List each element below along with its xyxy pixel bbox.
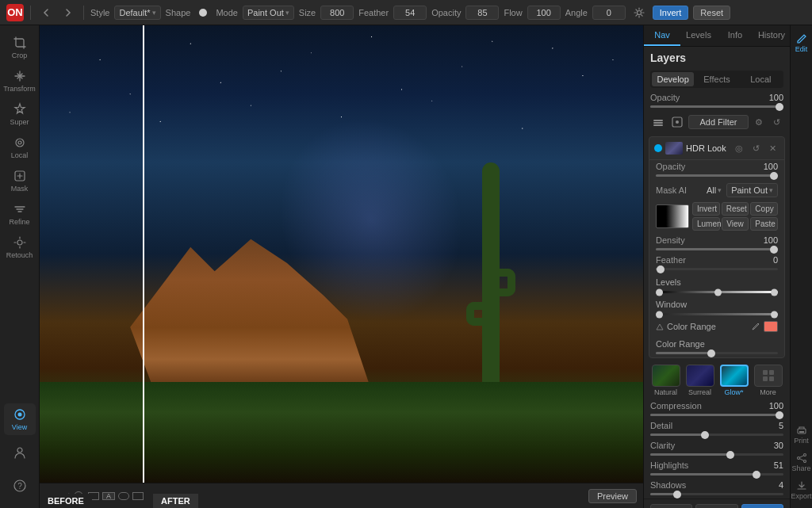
filter-opacity-row: Opacity 100 (649, 160, 784, 173)
sidebar-tool-mask[interactable]: Mask (4, 165, 36, 197)
toolbar-icon-next[interactable] (59, 6, 77, 20)
preset-surreal-label: Surreal (688, 388, 711, 396)
nav-tab-history[interactable]: History (753, 25, 790, 46)
sidebar-tool-local[interactable]: Local (4, 132, 36, 163)
mask-mode-dropdown[interactable]: Paint Out ▾ (726, 183, 778, 197)
view-mode-circle2[interactable] (118, 492, 129, 500)
opacity-value[interactable]: 85 (465, 6, 499, 20)
sidebar-tool-help[interactable]: ? (4, 470, 36, 502)
preset-surreal[interactable]: Surreal (684, 365, 715, 396)
undo-icon[interactable]: ↺ (769, 115, 783, 129)
sidebar-tool-super[interactable]: Super (4, 98, 36, 130)
mask-buttons: Invert Reset Copy Lumen View Paste (692, 202, 778, 231)
toolbar-settings-icon[interactable] (630, 6, 648, 20)
mode-dropdown[interactable]: Paint Out ▾ (243, 6, 294, 20)
clarity-row: Clarity 30 (644, 439, 790, 452)
mask-view-btn[interactable]: View (722, 217, 749, 231)
preset-glow[interactable]: Glow* (718, 365, 749, 396)
mask-copy-btn[interactable]: Copy (750, 202, 778, 216)
sidebar-tool-retouch[interactable]: Retouch (4, 231, 36, 263)
sidebar-tool-transform[interactable]: Transform (4, 65, 36, 97)
canvas-image[interactable] (40, 25, 643, 483)
shape-circle[interactable] (195, 6, 211, 19)
sidebar-tool-refine[interactable]: Refine (4, 198, 36, 230)
reset-all-button[interactable]: Reset All (650, 504, 692, 508)
view-mode-a[interactable]: A (102, 492, 115, 500)
settings-icon[interactable]: ⚙ (752, 115, 766, 129)
compression-slider-row (644, 412, 790, 419)
filter-visibility-icon[interactable]: ◎ (732, 141, 746, 155)
preview-button[interactable]: Preview (588, 489, 637, 503)
cancel-button[interactable]: Cancel (695, 504, 737, 508)
mask-reset-btn[interactable]: Reset (722, 202, 749, 216)
filter-undo-icon[interactable]: ↺ (749, 141, 763, 155)
density-slider-row (649, 246, 784, 254)
size-value[interactable]: 800 (320, 6, 354, 20)
export-button[interactable]: Export (792, 477, 811, 503)
sub-tab-effects[interactable]: Effects (695, 72, 737, 86)
levels-slider[interactable] (656, 291, 778, 293)
compression-slider[interactable] (650, 414, 783, 416)
print-button[interactable]: Print (792, 422, 811, 448)
style-dropdown[interactable]: Default* ▾ (114, 6, 160, 20)
svg-point-22 (803, 454, 806, 456)
sub-tabs: Develop Effects Local (650, 71, 783, 88)
done-button[interactable]: Done (741, 504, 783, 508)
mask-paste-btn[interactable]: Paste (750, 217, 778, 231)
invert-button[interactable]: Invert (653, 6, 689, 20)
filter-active-dot[interactable] (654, 144, 662, 152)
nav-tab-levels[interactable]: Levels (680, 25, 717, 46)
mask-lumen-btn[interactable]: Lumen (692, 217, 720, 231)
opacity-slider[interactable] (650, 105, 783, 108)
feather-slider[interactable] (656, 268, 778, 270)
filter-name: HDR Look (686, 143, 729, 153)
eyedropper-icon[interactable] (751, 322, 760, 331)
add-filter-row: Add Filter ⚙ ↺ (644, 111, 790, 133)
angle-value[interactable]: 0 (592, 6, 626, 20)
nav-tab-info[interactable]: Info (717, 25, 753, 46)
mask-preview-row: Invert Reset Copy Lumen View Paste (649, 201, 784, 232)
density-value: 100 (764, 235, 778, 245)
clarity-label: Clarity (650, 441, 675, 450)
preset-natural[interactable]: Natural (650, 365, 681, 396)
highlights-row: Highlights 51 (644, 459, 790, 472)
reset-button[interactable]: Reset (693, 6, 730, 20)
add-filter-button[interactable]: Add Filter (688, 115, 749, 129)
split-line[interactable] (143, 25, 144, 483)
clarity-slider[interactable] (650, 453, 783, 456)
sidebar-tool-view[interactable]: View (4, 403, 36, 435)
toolbar-icon-prev[interactable] (37, 6, 55, 20)
sub-tab-local[interactable]: Local (740, 72, 782, 86)
flow-value[interactable]: 100 (527, 6, 561, 20)
canvas-bg (40, 25, 643, 483)
filter-opacity-slider[interactable] (656, 174, 778, 177)
mountain (130, 231, 371, 392)
preset-more[interactable]: More (753, 365, 783, 396)
detail-label: Detail (650, 421, 672, 430)
filter-opacity-value: 100 (764, 162, 778, 171)
filter-close-icon[interactable]: ✕ (765, 141, 779, 155)
feather-value[interactable]: 54 (393, 6, 427, 20)
shadows-slider[interactable] (650, 493, 783, 495)
sub-tab-develop[interactable]: Develop (652, 72, 694, 86)
mask-icon[interactable] (669, 114, 685, 130)
color-swatch[interactable] (764, 321, 778, 332)
density-slider[interactable] (656, 248, 778, 250)
svg-rect-11 (653, 120, 663, 121)
sidebar-tool-person[interactable] (4, 437, 36, 468)
edit-panel-btn[interactable]: Edit (792, 30, 811, 56)
mask-invert-btn[interactable]: Invert (692, 202, 720, 216)
share-button[interactable]: Share (792, 449, 811, 476)
detail-slider[interactable] (650, 434, 783, 436)
compression-label: Compression (650, 401, 702, 411)
nav-tab-nav[interactable]: Nav (644, 25, 680, 46)
mask-ai-row: Mask AI All ▾ Paint Out ▾ (649, 180, 784, 201)
preset-glow-label: Glow* (724, 388, 743, 396)
view-mode-split[interactable] (132, 492, 144, 500)
sidebar-tool-crop[interactable]: Crop (4, 32, 36, 63)
color-range-slider[interactable] (656, 352, 778, 354)
highlights-slider[interactable] (650, 473, 783, 476)
mask-all-dropdown[interactable]: All ▾ (707, 185, 722, 195)
window-slider[interactable] (656, 313, 778, 315)
layers-icon[interactable] (650, 114, 666, 130)
